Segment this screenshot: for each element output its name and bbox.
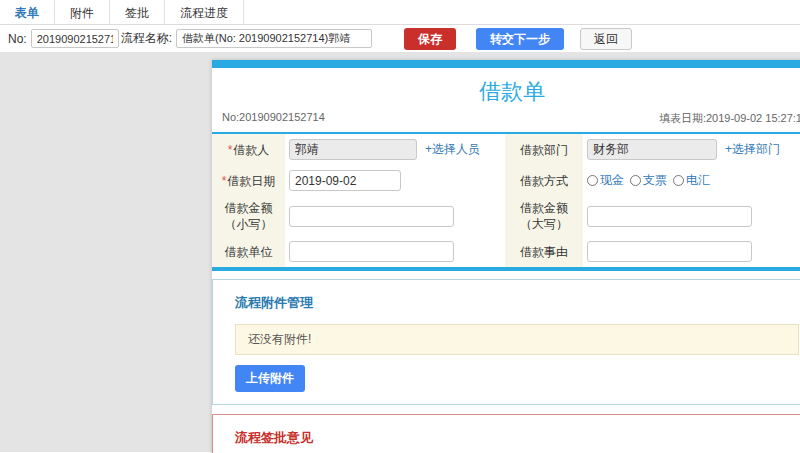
borrow-date-input[interactable] <box>289 170 401 191</box>
attachment-heading: 流程附件管理 <box>235 294 799 312</box>
borrow-method-label: 借款方式 <box>505 165 583 196</box>
form-no-text: No:20190902152714 <box>222 111 325 126</box>
radio-cash-input[interactable] <box>587 175 598 186</box>
workspace: 借款单 No:20190902152714 填表日期:2019-09-02 15… <box>0 52 800 452</box>
borrow-unit-input[interactable] <box>289 241 454 262</box>
amount-upper-label: 借款金额（大写） <box>505 196 583 236</box>
select-person-link[interactable]: +选择人员 <box>425 141 480 158</box>
amount-lower-input[interactable] <box>289 206 454 227</box>
borrow-unit-label: 借款单位 <box>212 236 285 267</box>
upload-attachment-button[interactable]: 上传附件 <box>235 365 305 392</box>
form-title: 借款单 <box>212 77 800 107</box>
back-button[interactable]: 返回 <box>580 28 632 50</box>
required-mark: * <box>228 143 233 157</box>
amount-lower-field-cell <box>285 196 505 236</box>
fill-date-text: 填表日期:2019-09-02 15:27:1 <box>659 111 800 126</box>
reason-field-cell <box>583 236 800 267</box>
tab-form[interactable]: 表单 <box>0 0 55 24</box>
flow-name-label: 流程名称: <box>121 30 172 47</box>
flow-name-input[interactable] <box>176 29 372 48</box>
save-button[interactable]: 保存 <box>404 28 456 50</box>
borrow-date-label: *借款日期 <box>212 165 285 196</box>
amount-lower-label: 借款金额（小写） <box>212 196 285 236</box>
borrower-input[interactable] <box>289 139 417 160</box>
radio-wire[interactable]: 电汇 <box>673 172 710 189</box>
header-toolbar: No: 流程名称: 保存 转交下一步 返回 <box>0 25 800 52</box>
borrow-method-field-cell: 现金 支票 电汇 <box>583 165 800 196</box>
tab-process-progress[interactable]: 流程进度 <box>165 0 244 24</box>
department-field-cell: +选择部门 <box>583 134 800 165</box>
forward-next-step-button[interactable]: 转交下一步 <box>476 28 564 50</box>
borrow-date-field-cell <box>285 165 505 196</box>
amount-upper-field-cell <box>583 196 800 236</box>
department-label: 借款部门 <box>505 134 583 165</box>
department-input[interactable] <box>587 139 717 160</box>
reason-label: 借款事由 <box>505 236 583 267</box>
approval-heading: 流程签批意见 <box>235 429 799 447</box>
form-meta-row: No:20190902152714 填表日期:2019-09-02 15:27:… <box>212 111 800 126</box>
required-mark: * <box>222 174 227 188</box>
module-tabbar: 表单 附件 签批 流程进度 <box>0 0 800 25</box>
select-department-link[interactable]: +选择部门 <box>725 141 780 158</box>
loan-form-panel: 借款单 No:20190902152714 填表日期:2019-09-02 15… <box>212 60 800 453</box>
tab-approval[interactable]: 签批 <box>110 0 165 24</box>
loan-form-table: *借款人 +选择人员 借款部门 +选择部门 *借款日期 借款方式 现金 <box>212 132 800 271</box>
radio-cheque[interactable]: 支票 <box>630 172 667 189</box>
radio-cheque-input[interactable] <box>630 175 641 186</box>
no-input[interactable] <box>31 29 119 48</box>
tab-attachments[interactable]: 附件 <box>55 0 110 24</box>
attachment-panel: 流程附件管理 还没有附件! 上传附件 <box>212 279 800 405</box>
borrow-method-radio-group: 现金 支票 电汇 <box>587 172 716 189</box>
amount-upper-input[interactable] <box>587 206 752 227</box>
borrower-field-cell: +选择人员 <box>285 134 505 165</box>
radio-wire-input[interactable] <box>673 175 684 186</box>
borrow-unit-field-cell <box>285 236 505 267</box>
radio-cash[interactable]: 现金 <box>587 172 624 189</box>
no-label: No: <box>8 32 27 46</box>
borrower-label: *借款人 <box>212 134 285 165</box>
approval-panel: 流程签批意见 B I abc ✎ ∞ ∞ ⚑ ≣ ≡ ⇤ ⇥ <box>212 414 800 453</box>
no-attachment-message: 还没有附件! <box>235 324 799 355</box>
reason-input[interactable] <box>587 241 752 262</box>
panel-top-accent-bar <box>212 60 800 68</box>
